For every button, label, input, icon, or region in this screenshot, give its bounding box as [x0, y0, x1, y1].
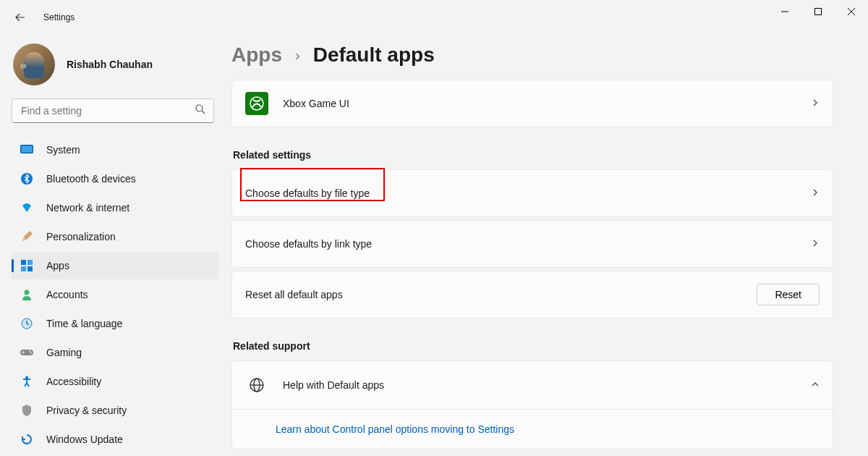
sidebar-item-privacy[interactable]: Privacy & security: [12, 397, 218, 424]
choose-defaults-file-type[interactable]: Choose defaults by file type: [231, 169, 833, 217]
system-icon: [20, 143, 33, 156]
sidebar-item-accounts[interactable]: Accounts: [12, 281, 218, 308]
sidebar-item-system[interactable]: System: [12, 136, 218, 164]
personalization-icon: [20, 230, 33, 243]
network-icon: [20, 201, 33, 214]
sidebar-item-label: Gaming: [46, 347, 82, 358]
app-xbox-game-ui[interactable]: Xbox Game UI: [231, 80, 833, 127]
profile-name: Rishabh Chauhan: [67, 59, 153, 70]
bluetooth-icon: [20, 172, 33, 185]
profile-section[interactable]: Rishabh Chauhan: [12, 35, 218, 98]
svg-point-13: [30, 352, 32, 353]
svg-rect-6: [27, 260, 33, 265]
reset-default-apps-row: Reset all default apps Reset: [231, 271, 833, 318]
breadcrumb-separator: ›: [295, 47, 300, 64]
xbox-icon: [245, 92, 268, 115]
svg-point-1: [196, 105, 203, 111]
maximize-icon: [814, 8, 822, 15]
help-default-apps[interactable]: Help with Default apps: [232, 361, 833, 409]
chevron-right-icon: [811, 187, 820, 200]
chevron-right-icon: [811, 97, 820, 110]
sidebar-item-label: Bluetooth & devices: [46, 173, 136, 185]
sidebar-item-label: Apps: [46, 260, 69, 271]
close-button[interactable]: [835, 0, 868, 23]
maximize-button[interactable]: [801, 0, 835, 23]
breadcrumb-parent[interactable]: Apps: [231, 43, 282, 67]
sidebar-item-accessibility[interactable]: Accessibility: [12, 368, 218, 395]
sidebar-item-update[interactable]: Windows Update: [12, 426, 218, 453]
search-icon: [195, 104, 205, 117]
sidebar-item-apps[interactable]: Apps: [12, 252, 218, 279]
sidebar-item-time[interactable]: Time & language: [12, 310, 218, 337]
back-button[interactable]: [6, 3, 35, 32]
sidebar-item-label: Privacy & security: [46, 405, 127, 416]
svg-rect-3: [22, 146, 33, 153]
sidebar-item-personalization[interactable]: Personalization: [12, 223, 218, 250]
support-link[interactable]: Learn about Control panel options moving…: [276, 423, 514, 435]
sidebar-item-label: Windows Update: [46, 434, 123, 445]
avatar: [13, 43, 55, 85]
svg-rect-0: [815, 9, 822, 15]
privacy-icon: [20, 404, 33, 417]
back-arrow-icon: [14, 12, 26, 23]
window-title: Settings: [43, 12, 75, 22]
sidebar-item-gaming[interactable]: Gaming: [12, 339, 218, 366]
minimize-button[interactable]: [768, 0, 801, 23]
section-related-settings: Related settings: [233, 149, 833, 161]
search-input[interactable]: [12, 98, 214, 123]
card-label: Choose defaults by file type: [245, 187, 811, 199]
breadcrumb: Apps › Default apps: [231, 43, 833, 67]
svg-point-14: [25, 376, 28, 379]
chevron-right-icon: [811, 237, 820, 250]
sidebar-item-label: Network & internet: [46, 202, 129, 214]
sidebar-item-bluetooth[interactable]: Bluetooth & devices: [12, 165, 218, 193]
sidebar-item-label: System: [46, 144, 80, 156]
accounts-icon: [20, 288, 33, 301]
svg-rect-5: [21, 260, 26, 265]
accessibility-icon: [20, 375, 33, 388]
close-icon: [848, 8, 855, 15]
sidebar-item-label: Time & language: [46, 318, 122, 329]
time-icon: [20, 317, 33, 330]
svg-rect-8: [27, 266, 33, 271]
svg-point-12: [29, 350, 30, 352]
sidebar-item-label: Personalization: [46, 231, 116, 242]
gaming-icon: [20, 346, 33, 359]
app-label: Xbox Game UI: [283, 98, 811, 109]
reset-label: Reset all default apps: [245, 289, 757, 300]
sidebar-item-label: Accessibility: [46, 376, 101, 387]
reset-button[interactable]: Reset: [757, 284, 820, 305]
page-title: Default apps: [313, 43, 435, 67]
svg-rect-7: [21, 266, 26, 271]
minimize-icon: [781, 8, 788, 15]
apps-icon: [20, 259, 33, 272]
update-icon: [20, 433, 33, 446]
globe-icon: [245, 373, 268, 397]
support-title: Help with Default apps: [283, 379, 811, 391]
sidebar-item-network[interactable]: Network & internet: [12, 194, 218, 221]
svg-point-9: [25, 290, 30, 295]
choose-defaults-link-type[interactable]: Choose defaults by link type: [231, 220, 833, 268]
chevron-up-icon: [811, 379, 820, 392]
card-label: Choose defaults by link type: [245, 238, 811, 250]
section-related-support: Related support: [233, 340, 833, 352]
sidebar-item-label: Accounts: [46, 289, 88, 300]
